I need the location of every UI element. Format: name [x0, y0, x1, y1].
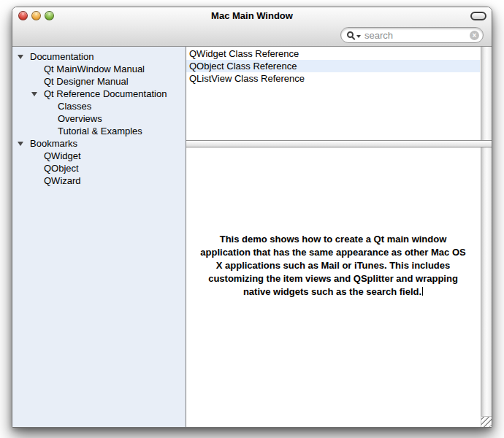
search-icon [347, 31, 356, 40]
tree-item[interactable]: Qt MainWindow Manual [12, 63, 186, 75]
search-field[interactable]: × [340, 27, 484, 43]
window-header: Mac Main Window × [12, 7, 492, 47]
toolbar-toggle-button[interactable] [470, 12, 486, 20]
list-item[interactable]: QWidget Class Reference [186, 47, 480, 60]
window-title: Mac Main Window [71, 7, 433, 23]
resize-grip[interactable] [481, 416, 492, 427]
list-item[interactable]: QObject Class Reference [186, 60, 480, 72]
tree-item-label: Classes [12, 101, 91, 112]
text-editor[interactable]: This demo shows how to create a Qt main … [186, 147, 492, 427]
editor-line: native widgets such as the search field. [188, 285, 478, 299]
editor-paragraph: This demo shows how to create a Qt main … [188, 233, 478, 299]
minimize-button[interactable] [31, 11, 41, 20]
search-input[interactable] [361, 30, 470, 41]
tree-item[interactable]: Overviews [12, 112, 186, 125]
tree-item-label: Overviews [12, 113, 102, 124]
list-scrollbar[interactable] [481, 47, 492, 140]
tree-item[interactable]: Classes [12, 100, 186, 112]
right-panes: QWidget Class ReferenceQObject Class Ref… [186, 47, 492, 427]
window-controls [18, 11, 54, 20]
tree-item-label: Documentation [12, 51, 93, 62]
reference-list-rows: QWidget Class ReferenceQObject Class Ref… [186, 47, 480, 85]
title-bar[interactable]: Mac Main Window [12, 7, 492, 23]
tree-item[interactable]: Qt Designer Manual [12, 75, 186, 88]
window: Mac Main Window × DocumentationQt MainWi… [12, 7, 492, 428]
editor-line: X applications such as Mail or iTunes. T… [188, 259, 478, 272]
zoom-button[interactable] [45, 11, 54, 20]
tree-item[interactable]: QWidget [12, 150, 186, 162]
sidebar-tree[interactable]: DocumentationQt MainWindow ManualQt Desi… [12, 47, 186, 427]
tree-item[interactable]: Qt Reference Documentation [12, 88, 186, 100]
tree-item-label: Tutorial & Examples [12, 126, 142, 137]
reference-list[interactable]: QWidget Class ReferenceQObject Class Ref… [186, 47, 492, 140]
tree-item-label: Qt Designer Manual [12, 76, 129, 87]
disclosure-triangle-icon[interactable] [31, 92, 37, 96]
editor-line: This demo shows how to create a Qt main … [188, 233, 478, 246]
disclosure-triangle-icon[interactable] [18, 55, 23, 59]
tree-item-label: QWidget [12, 150, 81, 161]
tree-item-label: QObject [12, 163, 79, 174]
tree-item[interactable]: Documentation [12, 50, 186, 63]
desktop: Mac Main Window × DocumentationQt MainWi… [0, 0, 504, 438]
editor-line: application that has the same appearance… [188, 246, 478, 259]
disclosure-triangle-icon[interactable] [18, 142, 23, 146]
window-content: DocumentationQt MainWindow ManualQt Desi… [12, 47, 492, 427]
close-button[interactable] [18, 11, 28, 20]
tree-item[interactable]: Bookmarks [12, 137, 186, 150]
tree-item[interactable]: Tutorial & Examples [12, 125, 186, 137]
tree-item[interactable]: QObject [12, 162, 186, 174]
tree-item-label: Qt MainWindow Manual [12, 64, 145, 74]
tree-item[interactable]: QWizard [12, 174, 186, 187]
horizontal-splitter[interactable] [186, 140, 492, 147]
search-clear-icon[interactable]: × [470, 31, 479, 40]
list-item[interactable]: QListView Class Reference [186, 72, 480, 85]
tree-item-label: QWizard [12, 175, 81, 186]
editor-line: customizing the item views and QSplitter… [188, 272, 478, 285]
editor-scrollbar[interactable] [481, 147, 492, 416]
text-caret [422, 287, 423, 296]
